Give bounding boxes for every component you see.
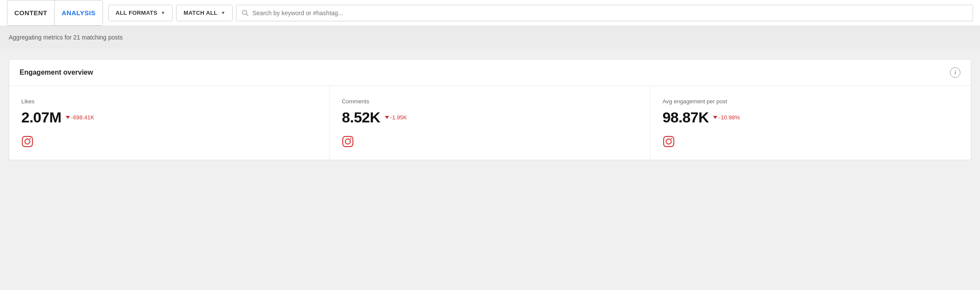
tab-analysis[interactable]: ANALYSIS (55, 0, 103, 25)
search-input[interactable] (252, 10, 967, 16)
svg-point-6 (345, 139, 350, 144)
info-icon[interactable]: i (950, 67, 960, 78)
metric-comments: Comments 8.52K -1.95K (330, 86, 650, 160)
metric-comments-label: Comments (342, 98, 637, 105)
chevron-down-icon: ▼ (161, 10, 165, 15)
metrics-grid: Likes 2.07M -698.41K (9, 86, 971, 160)
metric-avg-engagement-value-row: 98.87K -10.98% (663, 109, 959, 126)
instagram-icon-likes (21, 135, 317, 149)
metric-likes-change: -698.41K (66, 114, 94, 121)
engagement-overview-card: Engagement overview i Likes 2.07M -698.4… (9, 59, 971, 160)
svg-point-4 (30, 138, 31, 139)
metric-avg-engagement-change: -10.98% (713, 114, 740, 121)
down-arrow-icon (66, 116, 70, 119)
metric-comments-value: 8.52K (342, 109, 380, 126)
down-arrow-icon (385, 116, 389, 119)
main-content: Engagement overview i Likes 2.07M -698.4… (0, 49, 980, 171)
content-analysis-tabs: CONTENT ANALYSIS (7, 0, 103, 26)
chevron-down-icon: ▼ (221, 10, 225, 15)
metric-avg-engagement-value: 98.87K (663, 109, 709, 126)
svg-point-3 (25, 139, 30, 144)
metric-likes-value-row: 2.07M -698.41K (21, 109, 317, 126)
sub-header: Aggregating metrics for 21 matching post… (0, 26, 980, 49)
svg-line-1 (247, 14, 248, 16)
match-all-label: MATCH ALL (183, 10, 217, 16)
aggregating-metrics-text: Aggregating metrics for 21 matching post… (9, 34, 123, 41)
svg-point-9 (666, 139, 671, 144)
toolbar: CONTENT ANALYSIS ALL FORMATS ▼ MATCH ALL… (0, 0, 980, 26)
metric-avg-engagement-label: Avg engagement per post (663, 98, 959, 105)
instagram-icon-avg-engagement (663, 135, 959, 149)
svg-rect-5 (343, 136, 353, 146)
metric-comments-change: -1.95K (385, 114, 407, 121)
match-all-dropdown[interactable]: MATCH ALL ▼ (176, 5, 233, 21)
tab-content[interactable]: CONTENT (7, 0, 55, 25)
instagram-icon-comments (342, 135, 637, 149)
svg-rect-8 (663, 136, 673, 146)
svg-point-10 (671, 138, 672, 139)
search-icon (242, 10, 249, 16)
metric-likes: Likes 2.07M -698.41K (9, 86, 330, 160)
card-header: Engagement overview i (9, 59, 971, 86)
down-arrow-icon (713, 116, 717, 119)
svg-rect-2 (22, 136, 32, 146)
metric-comments-value-row: 8.52K -1.95K (342, 109, 637, 126)
metric-likes-label: Likes (21, 98, 317, 105)
search-container (236, 5, 973, 21)
metric-avg-engagement: Avg engagement per post 98.87K -10.98% (650, 86, 971, 160)
svg-point-7 (350, 138, 351, 139)
all-formats-dropdown[interactable]: ALL FORMATS ▼ (108, 5, 173, 21)
card-title: Engagement overview (20, 69, 93, 76)
all-formats-label: ALL FORMATS (116, 10, 157, 16)
metric-likes-value: 2.07M (21, 109, 61, 126)
